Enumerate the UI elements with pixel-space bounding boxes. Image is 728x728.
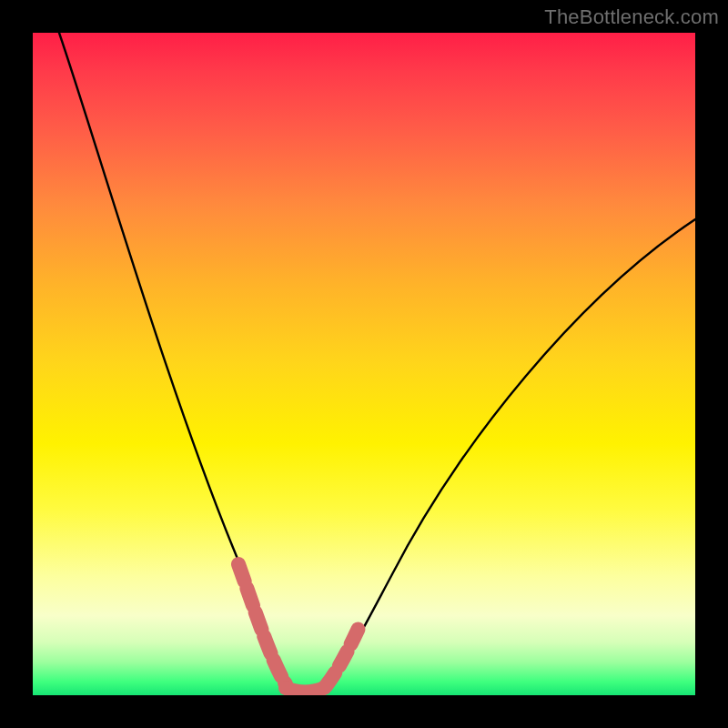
chart-frame: TheBottleneck.com (0, 0, 728, 728)
watermark-text: TheBottleneck.com (544, 5, 719, 29)
highlight-right (326, 624, 360, 686)
curve-layer (33, 33, 695, 695)
bottleneck-curve (59, 33, 695, 693)
highlight-left (238, 564, 286, 684)
plot-area (33, 33, 695, 695)
highlight-bottom (286, 688, 324, 693)
